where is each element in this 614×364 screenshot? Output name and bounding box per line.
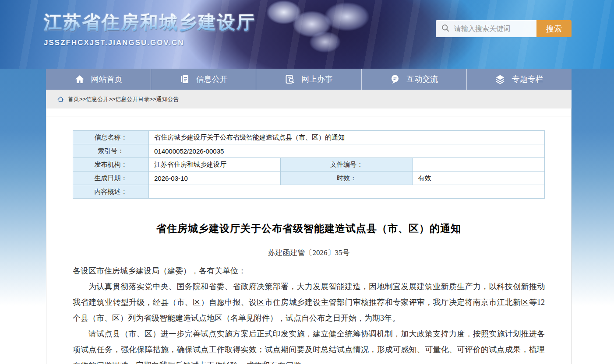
info-label: 生成日期： (73, 172, 149, 185)
info-value (413, 158, 544, 172)
table-row: 内容概述： (73, 185, 545, 199)
chat-icon (390, 74, 400, 84)
info-label: 发布机构： (73, 158, 149, 172)
site-logo[interactable]: 江苏省住房和城乡建设厅 JSSZFHCXJST.JIANGSU.GOV.CN (44, 10, 256, 47)
nav-item-label: 网上办事 (301, 74, 333, 84)
info-value (149, 185, 545, 199)
nav-item-home[interactable]: 网站首页 (46, 69, 151, 90)
main-content: 信息名称： 省住房城乡建设厅关于公布省级智能建造试点县（市、区）的通知 索引号：… (46, 108, 572, 364)
search-icon (441, 24, 450, 35)
site-name: 江苏省住房和城乡建设厅 (44, 10, 256, 35)
article-paragraph: 请试点县（市、区）进一步完善试点实施方案后正式印发实施，建立健全统筹协调机制，加… (73, 326, 545, 364)
content-divider (46, 108, 571, 116)
layers-icon (495, 74, 505, 84)
table-row: 信息名称： 省住房城乡建设厅关于公布省级智能建造试点县（市、区）的通知 (73, 131, 545, 144)
info-label: 内容概述： (73, 185, 149, 199)
article-title: 省住房城乡建设厅关于公布省级智能建造试点县（市、区）的通知 (73, 222, 545, 235)
table-row: 生成日期： 2026-03-10 时效： 有效 (73, 172, 545, 185)
document-info-table: 信息名称： 省住房城乡建设厅关于公布省级智能建造试点县（市、区）的通知 索引号：… (73, 130, 545, 199)
info-value: 2026-03-10 (149, 172, 281, 185)
search-box (436, 20, 536, 37)
info-value: 有效 (413, 172, 544, 185)
info-label: 信息名称： (73, 131, 149, 144)
site-banner: 江苏省住房和城乡建设厅 JSSZFHCXJST.JIANGSU.GOV.CN 搜… (0, 0, 614, 69)
breadcrumb: 首页>>信息公开>>信息公开目录>>通知公告 (46, 90, 572, 108)
article-salutation: 各设区市住房城乡建设局（建委），各有关单位： (73, 263, 545, 279)
nav-item-label: 专题专栏 (512, 74, 543, 84)
nav-item-label: 网站首页 (91, 74, 123, 84)
info-value: 江苏省住房和城乡建设厅 (149, 158, 281, 172)
article-paragraph: 为认真贯彻落实党中央、国务院和省委、省政府决策部署，大力发展智能建造，因地制宜发… (73, 279, 545, 326)
nav-item-label: 互动交流 (406, 74, 438, 84)
breadcrumb-path[interactable]: 首页>>信息公开>>信息公开目录>>通知公告 (68, 95, 179, 103)
home-icon (74, 74, 85, 84)
info-label: 文件编号： (281, 158, 413, 172)
search-button[interactable]: 搜索 (536, 20, 572, 37)
table-row: 发布机构： 江苏省住房和城乡建设厅 文件编号： (73, 158, 545, 172)
info-value: 014000052/2026-00035 (149, 144, 545, 158)
page-column: 网站首页 信息公开 网上办事 互动交流 专题专栏 (46, 69, 572, 364)
nav-item-interaction[interactable]: 互动交流 (362, 69, 467, 90)
search-input[interactable] (436, 20, 536, 37)
article-body: 各设区市住房城乡建设局（建委），各有关单位： 为认真贯彻落实党中央、国务院和省委… (73, 263, 545, 364)
info-value: 省住房城乡建设厅关于公布省级智能建造试点县（市、区）的通知 (149, 131, 545, 144)
site-search: 搜索 (436, 20, 572, 37)
document-number: 苏建函建管〔2026〕35号 (73, 248, 545, 258)
breadcrumb-home-icon (57, 96, 64, 102)
nav-item-online-services[interactable]: 网上办事 (256, 69, 361, 90)
main-nav: 网站首页 信息公开 网上办事 互动交流 专题专栏 (46, 69, 572, 90)
nav-item-special-columns[interactable]: 专题专栏 (467, 69, 572, 90)
table-row: 索引号： 014000052/2026-00035 (73, 144, 545, 158)
services-icon (285, 74, 295, 84)
info-label: 时效： (281, 172, 413, 185)
nav-item-info-disclosure[interactable]: 信息公开 (151, 69, 256, 90)
nav-item-label: 信息公开 (196, 74, 228, 84)
site-domain: JSSZFHCXJST.JIANGSU.GOV.CN (44, 38, 256, 47)
info-label: 索引号： (73, 144, 149, 158)
document-icon (180, 74, 190, 84)
